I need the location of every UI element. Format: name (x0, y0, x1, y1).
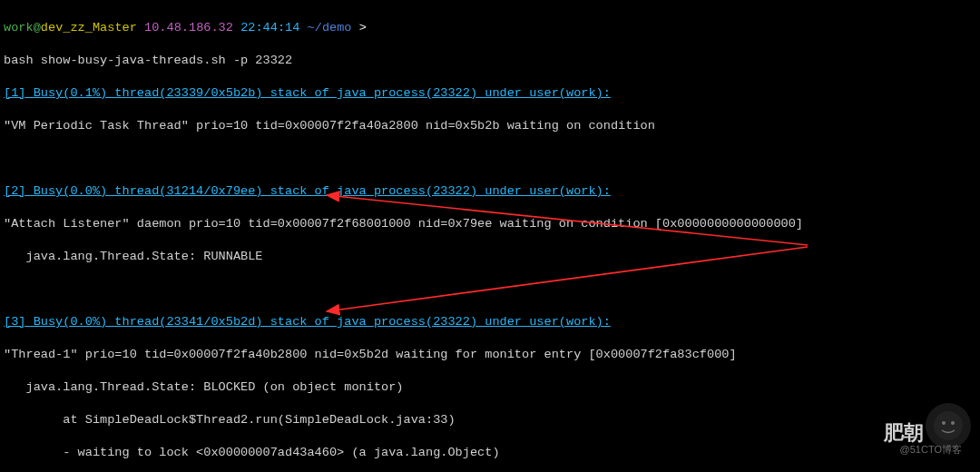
annotation-arrows (0, 0, 980, 472)
block3-line1: "Thread-1" prio=10 tid=0x00007f2fa40b280… (4, 347, 976, 363)
svg-point-2 (934, 411, 963, 440)
svg-point-3 (942, 421, 946, 425)
user: work (4, 21, 34, 34)
block2-line2: java.lang.Thread.State: RUNNABLE (4, 249, 976, 265)
block2-line1: "Attach Listener" daemon prio=10 tid=0x0… (4, 216, 976, 232)
host: dev_zz_Master (41, 21, 137, 34)
block3-line4: - waiting to lock <0x00000007ad43a460> (… (4, 445, 976, 461)
block3-header: [3] Busy(0.0%) thread(23341/0x5b2d) stac… (4, 314, 976, 330)
watermark-text: 肥朝 (884, 425, 924, 441)
block1-header: [1] Busy(0.1%) thread(23339/0x5b2b) stac… (4, 85, 976, 102)
path: ~/demo (308, 21, 352, 34)
command-line: bash show-busy-java-threads.sh -p 23322 (4, 53, 976, 69)
block3-line3: at SimpleDeadLock$Thread2.run(SimpleDead… (4, 412, 976, 428)
watermark-subtext: @51CTO博客 (900, 441, 962, 457)
ip: 10.48.186.32 (144, 21, 233, 34)
svg-point-4 (951, 421, 955, 425)
prompt-line-1: work@dev_zz_Master 10.48.186.32 22:44:14… (4, 20, 976, 36)
block2-header: [2] Busy(0.0%) thread(31214/0x79ee) stac… (4, 183, 976, 200)
block1-line1: "VM Periodic Task Thread" prio=10 tid=0x… (4, 118, 976, 134)
terminal[interactable]: work@dev_zz_Master 10.48.186.32 22:44:14… (0, 0, 980, 472)
block3-line2: java.lang.Thread.State: BLOCKED (on obje… (4, 379, 976, 396)
time: 22:44:14 (240, 21, 299, 34)
